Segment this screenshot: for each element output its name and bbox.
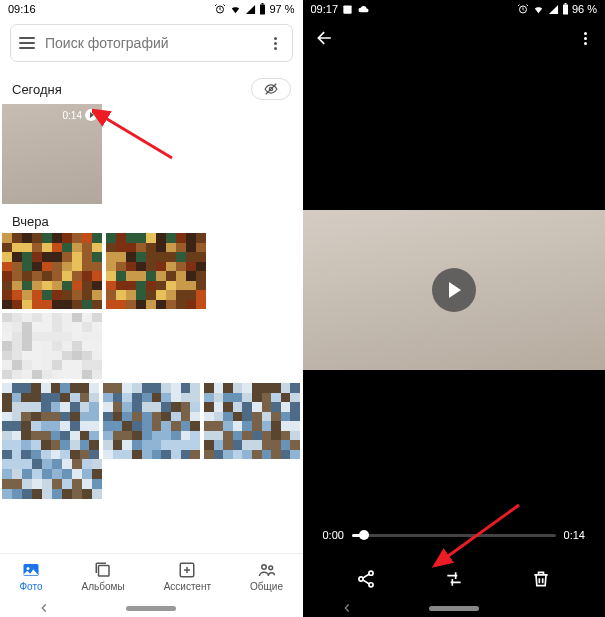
battery-pct: 97 % [269,3,294,15]
delete-button[interactable] [531,569,551,589]
system-navigation [0,599,303,617]
overflow-icon[interactable] [268,37,284,50]
photo-thumbnail[interactable] [103,383,200,459]
photo-thumbnail[interactable] [2,459,102,499]
play-icon [85,109,97,121]
svg-rect-1 [260,5,265,15]
clock: 09:16 [8,3,36,15]
signal-icon [245,4,256,15]
section-header-today: Сегодня [0,68,303,104]
scrubber[interactable]: 0:00 0:14 [323,529,586,541]
section-title: Сегодня [12,82,62,97]
video-player-screen: 09:17 96 % 0:00 0:14 [303,0,606,617]
svg-rect-7 [99,566,110,577]
albums-icon [93,561,113,579]
photos-icon [21,561,41,579]
photo-row [0,383,303,459]
battery-pct: 96 % [572,3,597,15]
nav-sharing[interactable]: Общие [250,561,283,592]
overflow-icon[interactable] [577,32,593,45]
photo-thumbnail[interactable] [2,313,102,379]
image-icon [342,4,353,15]
photo-thumbnail[interactable] [106,233,206,309]
menu-icon[interactable] [19,37,35,49]
status-bar: 09:16 97 % [0,0,303,18]
nav-label: Альбомы [82,581,125,592]
wifi-icon [532,4,545,15]
battery-icon [259,3,266,15]
alarm-icon [517,3,529,15]
nav-photos[interactable]: Фото [20,561,43,592]
svg-point-6 [27,567,30,570]
photo-thumbnail[interactable] [2,233,102,309]
play-button[interactable] [432,268,476,312]
svg-rect-2 [262,3,264,5]
video-duration-badge: 0:14 [63,109,97,121]
time-current: 0:00 [323,529,344,541]
nav-label: Общие [250,581,283,592]
section-title: Вчера [12,214,49,229]
nav-albums[interactable]: Альбомы [82,561,125,592]
top-bar [303,18,606,58]
back-icon[interactable] [37,601,51,615]
system-navigation [303,599,606,617]
alarm-icon [214,3,226,15]
svg-point-10 [268,566,272,570]
signal-icon [548,4,559,15]
search-bar[interactable]: Поиск фотографий [10,24,293,62]
back-icon[interactable] [340,601,354,615]
photo-grid-today: 0:14 [0,104,303,204]
home-pill[interactable] [126,606,176,611]
status-bar: 09:17 96 % [303,0,606,18]
svg-point-9 [261,565,266,570]
cloud-icon [357,4,370,15]
section-header-yesterday: Вчера [0,204,303,233]
back-button[interactable] [315,28,335,48]
sharing-icon [257,561,277,579]
svg-rect-14 [563,5,568,15]
photo-thumbnail[interactable] [2,383,99,459]
share-button[interactable] [356,569,376,589]
nav-label: Ассистент [164,581,211,592]
video-viewport[interactable] [303,210,606,370]
svg-rect-12 [343,5,351,13]
video-thumbnail[interactable]: 0:14 [2,104,102,204]
photo-thumbnail[interactable] [204,383,301,459]
battery-icon [562,3,569,15]
duration-text: 0:14 [63,110,82,121]
search-placeholder: Поиск фотографий [45,35,258,51]
scrubber-track[interactable] [352,534,556,537]
time-total: 0:14 [564,529,585,541]
home-pill[interactable] [429,606,479,611]
google-photos-screen: 09:16 97 % Поиск фотографий Сегодня 0:14… [0,0,303,617]
archive-toggle-button[interactable] [251,78,291,100]
edit-button[interactable] [444,569,464,589]
svg-rect-15 [564,3,566,5]
photo-row [0,233,303,309]
assistant-icon [177,561,197,579]
bottom-navigation: Фото Альбомы Ассистент Общие [0,553,303,599]
nav-label: Фото [20,581,43,592]
nav-assistant[interactable]: Ассистент [164,561,211,592]
action-bar [303,569,606,589]
wifi-icon [229,4,242,15]
scrubber-knob[interactable] [359,530,369,540]
clock: 09:17 [311,3,339,15]
photo-row [0,459,303,499]
photo-row [0,309,303,383]
